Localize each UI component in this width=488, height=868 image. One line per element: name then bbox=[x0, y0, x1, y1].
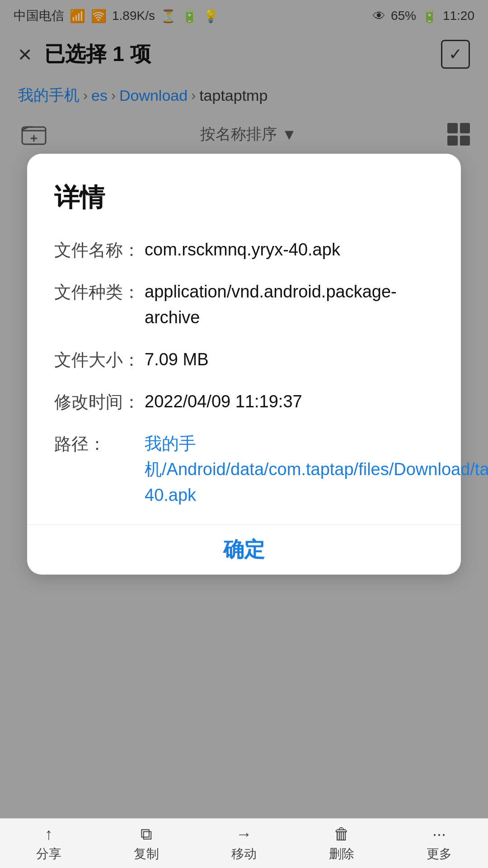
share-label: 分享 bbox=[36, 845, 61, 863]
value-modtime: 2022/04/09 11:19:37 bbox=[145, 389, 434, 415]
detail-row-modtime: 修改时间： 2022/04/09 11:19:37 bbox=[54, 389, 434, 415]
more-label: 更多 bbox=[427, 845, 452, 863]
dialog-title: 详情 bbox=[54, 181, 434, 215]
value-filename: com.rsckmnq.yryx-40.apk bbox=[145, 237, 434, 263]
label-filename: 文件名称： bbox=[54, 237, 145, 262]
value-filetype: application/vnd.android.package-archive bbox=[145, 279, 434, 330]
bottom-item-share[interactable]: ↑ 分享 bbox=[36, 825, 61, 863]
share-icon: ↑ bbox=[45, 825, 53, 844]
label-modtime: 修改时间： bbox=[54, 389, 145, 414]
bottom-item-move[interactable]: → 移动 bbox=[231, 825, 257, 863]
bottom-item-more[interactable]: ··· 更多 bbox=[427, 825, 452, 863]
delete-label: 删除 bbox=[329, 845, 354, 863]
copy-icon: ⧉ bbox=[141, 825, 152, 844]
label-filesize: 文件大小： bbox=[54, 347, 145, 372]
value-path[interactable]: 我的手机/Android/data/com.taptap/files/Downl… bbox=[145, 431, 488, 508]
bottom-item-copy[interactable]: ⧉ 复制 bbox=[134, 825, 159, 863]
value-filesize: 7.09 MB bbox=[145, 347, 434, 373]
copy-label: 复制 bbox=[134, 845, 159, 863]
delete-icon: 🗑 bbox=[333, 825, 350, 844]
bottom-item-delete[interactable]: 🗑 删除 bbox=[329, 825, 354, 863]
detail-row-path: 路径： 我的手机/Android/data/com.taptap/files/D… bbox=[54, 431, 434, 508]
bottom-action-bar: ↑ 分享 ⧉ 复制 → 移动 🗑 删除 ··· 更多 bbox=[0, 818, 488, 868]
detail-row-filesize: 文件大小： 7.09 MB bbox=[54, 347, 434, 373]
move-icon: → bbox=[236, 825, 252, 844]
detail-dialog: 详情 文件名称： com.rsckmnq.yryx-40.apk 文件种类： a… bbox=[27, 154, 461, 575]
move-label: 移动 bbox=[231, 845, 257, 863]
detail-row-filetype: 文件种类： application/vnd.android.package-ar… bbox=[54, 279, 434, 330]
label-filetype: 文件种类： bbox=[54, 279, 145, 304]
label-path: 路径： bbox=[54, 431, 145, 456]
confirm-button[interactable]: 确定 bbox=[54, 525, 434, 575]
detail-row-filename: 文件名称： com.rsckmnq.yryx-40.apk bbox=[54, 237, 434, 263]
more-icon: ··· bbox=[432, 825, 446, 844]
dialog-overlay: 详情 文件名称： com.rsckmnq.yryx-40.apk 文件种类： a… bbox=[0, 0, 488, 868]
